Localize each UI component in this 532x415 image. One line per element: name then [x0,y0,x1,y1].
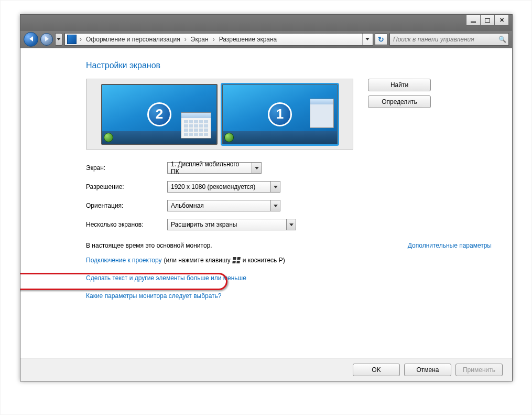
chevron-down-icon [274,205,278,207]
arrow-right-icon [45,36,49,43]
maximize-icon [485,18,490,23]
display-value: 1. Дисплей мобильного ПК [168,161,252,175]
multiple-displays-value: Расширить эти экраны [168,221,286,228]
projector-text-1: (или нажмите клавишу [164,257,231,264]
apply-button[interactable]: Применить [455,364,503,376]
back-button[interactable] [24,32,38,47]
display-preview[interactable]: 2 1 [86,79,353,150]
maximize-button[interactable] [480,15,495,26]
start-icon [104,133,113,142]
identify-button[interactable]: Определить [368,95,431,108]
page-title: Настройки экранов [86,61,512,70]
advanced-settings-link[interactable]: Дополнительные параметры [408,242,492,249]
breadcrumb[interactable]: › Оформление и персонализация › Экран › … [64,33,373,46]
dropdown-button[interactable] [270,200,280,211]
projector-text-2: и коснитесь P) [243,257,285,264]
resolution-label: Разрешение: [86,183,167,190]
forward-button[interactable] [40,33,53,46]
history-dropdown[interactable] [55,33,62,46]
resize-text-link[interactable]: Сделать текст и другие элементы больше и… [86,274,246,282]
multiple-displays-select[interactable]: Расширить эти экраны [167,219,296,230]
search-box[interactable]: 🔍 [389,33,509,46]
breadcrumb-item[interactable]: Оформление и персонализация [83,34,183,45]
refresh-icon: ↻ [378,35,384,44]
search-input[interactable] [392,35,496,44]
start-icon [224,133,234,142]
orientation-label: Ориентация: [86,202,167,209]
refresh-button[interactable]: ↻ [375,34,387,45]
windows-key-icon [233,257,241,264]
minimize-icon [471,22,476,23]
close-icon: ✕ [500,17,504,24]
chevron-down-icon [57,38,61,40]
orientation-value: Альбомная [168,202,270,209]
window-icon [310,99,334,128]
projector-link[interactable]: Подключение к проектору [86,257,162,264]
resolution-select[interactable]: 1920 x 1080 (рекомендуется) [167,181,280,193]
multiple-displays-label: Несколько экранов: [86,221,167,228]
chevron-down-icon [365,38,370,40]
search-icon: 🔍 [498,36,506,43]
monitor-number: 2 [147,102,171,126]
orientation-select[interactable]: Альбомная [167,200,280,211]
dropdown-button[interactable] [286,219,296,230]
content-area: Настройки экранов 2 1 [20,48,512,358]
breadcrumb-sep: › [212,36,216,43]
close-button[interactable]: ✕ [494,15,509,26]
window: ✕ › Оформление и персонализация › Экран … [20,14,513,381]
monitor-2[interactable]: 2 [101,84,218,145]
chevron-down-icon [274,186,278,188]
dropdown-button[interactable] [252,163,261,173]
breadcrumb-item[interactable]: Экран [188,34,212,45]
cancel-button[interactable]: Отмена [404,364,451,376]
breadcrumb-dropdown[interactable] [362,34,372,45]
detect-button[interactable]: Найти [368,79,431,91]
breadcrumb-item[interactable]: Разрешение экрана [216,34,280,45]
ok-button[interactable]: OK [353,364,400,376]
titlebar: ✕ [20,15,512,30]
dialog-button-bar: OK Отмена Применить [20,358,512,381]
display-label: Экран: [86,164,167,172]
monitor-number: 1 [268,102,292,126]
display-select[interactable]: 1. Дисплей мобильного ПК [167,162,262,174]
navigation-bar: › Оформление и персонализация › Экран › … [20,30,512,48]
primary-monitor-note: В настоящее время это основной монитор. [86,242,212,249]
window-icon [181,112,211,139]
control-panel-icon [67,35,77,44]
arrow-left-icon [29,36,33,43]
which-settings-link[interactable]: Какие параметры монитора следует выбрать… [86,292,512,300]
dropdown-button[interactable] [270,182,280,192]
chevron-down-icon [255,167,259,169]
monitor-taskbar [223,131,337,144]
breadcrumb-sep: › [79,36,83,43]
monitor-1[interactable]: 1 [222,84,338,145]
breadcrumb-sep: › [183,36,188,43]
projector-line: Подключение к проектору (или нажмите кла… [86,257,512,264]
resolution-value: 1920 x 1080 (рекомендуется) [168,183,270,190]
minimize-button[interactable] [466,15,481,26]
chevron-down-icon [289,224,294,226]
